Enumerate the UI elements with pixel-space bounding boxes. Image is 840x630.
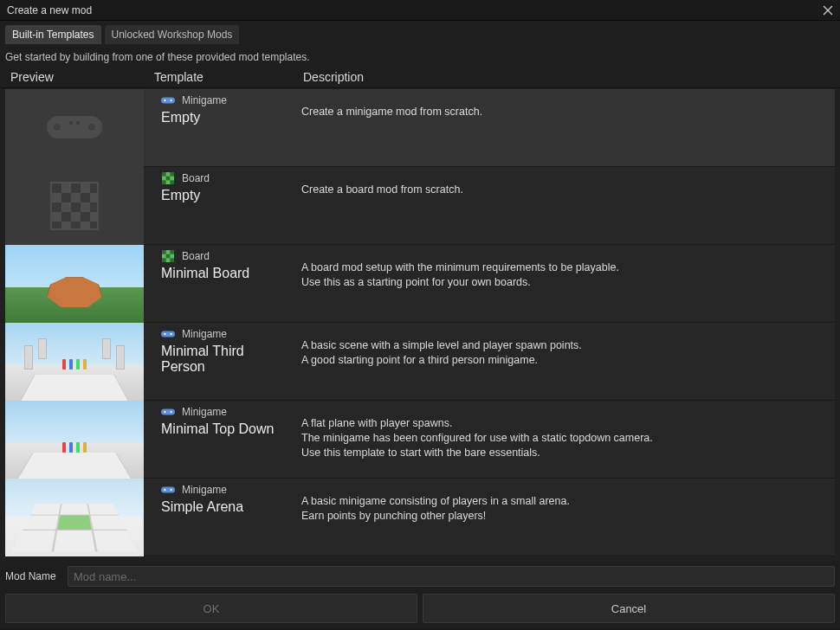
board-icon bbox=[161, 172, 175, 184]
svg-rect-3 bbox=[69, 121, 73, 125]
template-name: Empty bbox=[161, 188, 289, 203]
template-thumbnail bbox=[5, 323, 144, 401]
template-row[interactable]: Minigame Simple Arena A basic minigame c… bbox=[5, 479, 835, 556]
svg-rect-11 bbox=[166, 177, 171, 181]
svg-rect-15 bbox=[162, 250, 166, 254]
template-type-label: Minigame bbox=[182, 484, 227, 496]
svg-rect-16 bbox=[170, 250, 174, 254]
titlebar: Create a new mod bbox=[0, 0, 840, 21]
template-thumbnail bbox=[5, 245, 144, 323]
tab-bar: Built-in Templates Unlocked Workshop Mod… bbox=[0, 21, 840, 44]
template-description: A basic minigame consisting of players i… bbox=[293, 479, 835, 556]
svg-point-2 bbox=[88, 124, 95, 131]
minigame-icon bbox=[161, 406, 175, 418]
template-description: Create a board mod from scratch. bbox=[293, 167, 835, 244]
template-type-label: Board bbox=[182, 250, 210, 262]
svg-point-7 bbox=[170, 100, 171, 101]
template-thumbnail bbox=[5, 479, 144, 556]
template-row[interactable]: Minigame Minimal Top Down A flat plane w… bbox=[5, 401, 835, 479]
svg-point-24 bbox=[164, 411, 165, 413]
svg-rect-12 bbox=[162, 180, 166, 184]
window-title: Create a new mod bbox=[7, 4, 92, 16]
svg-rect-18 bbox=[162, 258, 166, 262]
svg-point-28 bbox=[170, 489, 171, 491]
ok-button[interactable]: OK bbox=[5, 594, 417, 623]
svg-rect-17 bbox=[166, 254, 171, 259]
svg-rect-20 bbox=[161, 331, 175, 337]
gamepad-icon bbox=[40, 106, 109, 151]
svg-rect-4 bbox=[76, 121, 80, 125]
template-row[interactable]: Board Minimal Board A board mod setup wi… bbox=[5, 245, 835, 323]
template-description: A board mod setup with the minimum requi… bbox=[293, 245, 835, 322]
template-thumbnail bbox=[5, 167, 144, 245]
minigame-icon bbox=[161, 94, 175, 106]
column-header-description: Description bbox=[303, 70, 835, 84]
svg-rect-19 bbox=[170, 258, 174, 262]
close-icon bbox=[823, 5, 833, 16]
svg-rect-10 bbox=[170, 172, 174, 177]
close-button[interactable] bbox=[821, 3, 835, 17]
template-name: Minimal Board bbox=[161, 266, 289, 281]
template-list[interactable]: Minigame Empty Create a minigame mod fro… bbox=[0, 88, 840, 561]
template-thumbnail bbox=[5, 401, 144, 479]
template-row[interactable]: Minigame Empty Create a minigame mod fro… bbox=[5, 89, 835, 167]
tab-unlocked-workshop-mods[interactable]: Unlocked Workshop Mods bbox=[105, 25, 240, 44]
template-type-label: Board bbox=[182, 172, 210, 184]
template-thumbnail bbox=[5, 89, 144, 167]
column-header-preview: Preview bbox=[5, 70, 154, 84]
svg-point-6 bbox=[164, 100, 165, 101]
cancel-button[interactable]: Cancel bbox=[423, 594, 835, 623]
template-name: Minimal Top Down bbox=[161, 421, 289, 437]
svg-point-1 bbox=[54, 124, 61, 131]
svg-point-22 bbox=[170, 333, 171, 335]
svg-rect-26 bbox=[161, 486, 175, 492]
template-name: Simple Arena bbox=[161, 499, 289, 515]
template-name: Empty bbox=[161, 110, 289, 125]
template-type-label: Minigame bbox=[182, 328, 227, 340]
svg-point-25 bbox=[170, 411, 171, 413]
tab-builtin-templates[interactable]: Built-in Templates bbox=[5, 25, 101, 44]
template-type-label: Minigame bbox=[182, 94, 227, 106]
minigame-icon bbox=[161, 328, 175, 340]
instructions-text: Get started by building from one of thes… bbox=[0, 44, 840, 67]
svg-rect-5 bbox=[161, 97, 175, 103]
svg-rect-23 bbox=[161, 408, 175, 415]
template-description: A basic scene with a simple level and pl… bbox=[293, 323, 835, 400]
checker-icon bbox=[50, 182, 99, 230]
svg-rect-13 bbox=[170, 180, 174, 184]
list-header: Preview Template Description bbox=[0, 67, 840, 88]
template-description: Create a minigame mod from scratch. bbox=[293, 89, 835, 166]
column-header-template: Template bbox=[154, 70, 303, 84]
svg-point-27 bbox=[164, 489, 165, 491]
footer: Mod Name OK Cancel bbox=[0, 561, 840, 628]
template-row[interactable]: Board Empty Create a board mod from scra… bbox=[5, 167, 835, 245]
template-type-label: Minigame bbox=[182, 406, 227, 418]
svg-rect-9 bbox=[162, 172, 166, 177]
minigame-icon bbox=[161, 484, 175, 496]
template-row[interactable]: Minigame Minimal Third Person A basic sc… bbox=[5, 323, 835, 401]
svg-point-21 bbox=[164, 333, 165, 335]
mod-name-input[interactable] bbox=[68, 566, 835, 587]
template-name: Minimal Third Person bbox=[161, 344, 289, 375]
mod-name-label: Mod Name bbox=[5, 570, 59, 582]
board-icon bbox=[161, 250, 175, 262]
template-description: A flat plane with player spawns.The mini… bbox=[293, 401, 835, 478]
